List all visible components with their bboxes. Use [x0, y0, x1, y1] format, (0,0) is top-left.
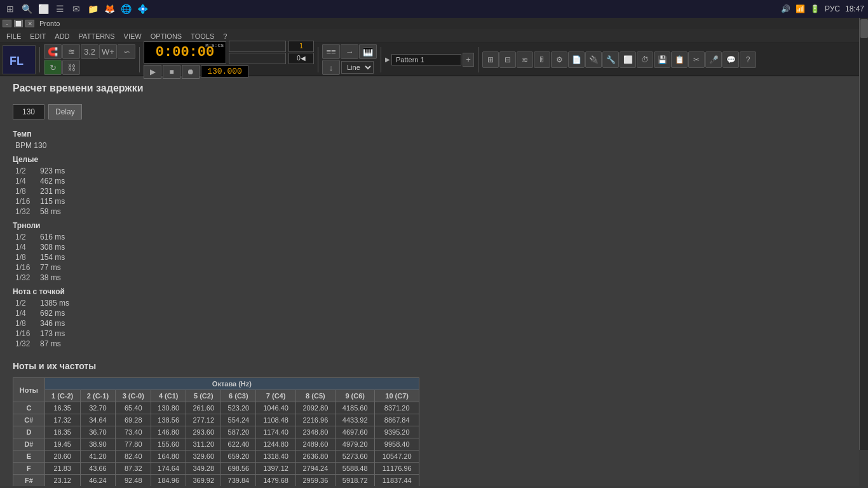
line-select[interactable]: Line	[341, 61, 374, 74]
octave-col-9: 9 (C6)	[336, 390, 375, 402]
octave-col-7: 7 (C4)	[256, 390, 295, 402]
tool-btn-2[interactable]: ≋	[62, 44, 80, 59]
icon-btn-3[interactable]: ≋	[517, 51, 533, 68]
mixer-btn[interactable]: ≡≡	[322, 44, 340, 59]
menu-file[interactable]: FILE	[3, 31, 25, 41]
menu-tools[interactable]: TOOLS	[187, 31, 218, 41]
table-freq-cell: 17.32	[44, 414, 80, 426]
table-freq-cell: 36.70	[80, 426, 116, 438]
table-octave-header: Октава (Hz)	[44, 378, 419, 390]
tempo-header: Темп	[13, 130, 846, 139]
table-freq-cell: 622.40	[221, 438, 256, 451]
table-freq-cell: 1397.12	[256, 463, 295, 475]
table-freq-cell: 4185.60	[336, 402, 375, 414]
icon-btn-11[interactable]: 💾	[654, 51, 670, 68]
table-freq-cell: 1046.40	[256, 402, 295, 414]
pattern-add[interactable]: +	[463, 53, 474, 67]
icon-btn-9[interactable]: ⬜	[620, 51, 636, 68]
icon-btn-15[interactable]: 💬	[722, 51, 739, 68]
table-freq-cell: 5588.48	[336, 463, 375, 475]
bpm-display[interactable]: 130.000	[201, 65, 248, 78]
menu-options[interactable]: OPTIONS	[147, 31, 186, 41]
record-button[interactable]: ⏺	[182, 65, 200, 79]
language-indicator: РУС	[825, 4, 840, 13]
table-freq-cell: 11837.44	[375, 475, 419, 487]
table-freq-cell: 21.83	[44, 463, 80, 475]
stop-button[interactable]: ■	[163, 65, 180, 79]
icon-btn-5[interactable]: ⚙	[551, 51, 567, 68]
tool-btn-3[interactable]: 3.2	[81, 44, 98, 59]
icon-btn-6[interactable]: 📄	[568, 51, 585, 68]
icon-btn-12[interactable]: 📋	[671, 51, 688, 68]
icon-btn-8[interactable]: 🔧	[602, 51, 619, 68]
table-freq-cell: 130.80	[151, 402, 186, 414]
table-freq-cell: 73.40	[116, 426, 151, 438]
play-button[interactable]: ▶	[144, 65, 161, 79]
tool-btn-loop[interactable]: ↻	[44, 60, 62, 75]
piano-roll-btn[interactable]: 🎹	[359, 44, 377, 59]
icon-btn-7[interactable]: 🔌	[585, 51, 602, 68]
dotted-header: Нота с точкой	[13, 287, 846, 296]
table-freq-cell: 184.96	[151, 475, 186, 487]
icon-btn-4[interactable]: 🎚	[534, 51, 550, 68]
search-icon[interactable]: 🔍	[20, 3, 33, 15]
channel-rack-btn[interactable]: →	[341, 44, 358, 59]
table-freq-cell: 329.60	[186, 451, 221, 463]
bpm-input[interactable]	[13, 104, 44, 119]
table-freq-cell: 164.80	[151, 451, 186, 463]
delay-calc-button[interactable]: Delay	[48, 104, 82, 119]
volume-icon[interactable]: 🔊	[781, 4, 790, 13]
table-freq-cell: 16.35	[44, 402, 80, 414]
delay-row-eighth: 1/8 231 ms	[13, 187, 846, 196]
start-menu-icon[interactable]: ☰	[53, 3, 66, 15]
icon-btn-1[interactable]: ⊞	[482, 51, 499, 68]
table-freq-cell: 146.80	[151, 426, 186, 438]
line-down-btn[interactable]: ↓	[322, 60, 340, 75]
table-note-cell: D#	[13, 438, 45, 451]
chrome-icon[interactable]: 🌐	[119, 3, 132, 15]
table-freq-cell: 277.12	[186, 414, 221, 426]
page-title: Расчет времени задержки	[13, 83, 846, 94]
tool-btn-5[interactable]: ∽	[118, 44, 135, 59]
menu-patterns[interactable]: PATTERNS	[75, 31, 119, 41]
icon-btn-16[interactable]: ?	[740, 51, 756, 68]
mail-icon[interactable]: ✉	[70, 3, 83, 15]
app-icon[interactable]: 💠	[136, 3, 149, 15]
right-toolbar-icons: ⊞ ⊟ ≋ 🎚 ⚙ 📄 🔌 🔧 ⬜ ⏱ 💾 📋 ✂ 🎤 💬 ?	[482, 51, 756, 68]
table-freq-cell: 11176.96	[375, 463, 419, 475]
scrollbar-thumb[interactable]	[860, 19, 868, 38]
menu-view[interactable]: VIEW	[120, 31, 146, 41]
icon-btn-2[interactable]: ⊟	[499, 51, 516, 68]
table-note-cell: F#	[13, 475, 45, 487]
tool-btn-4[interactable]: W+	[99, 44, 117, 59]
octave-col-2: 2 (C-1)	[80, 390, 116, 402]
table-freq-cell: 1479.68	[256, 475, 295, 487]
close-button[interactable]: ✕	[25, 20, 34, 27]
folder-icon[interactable]: 📁	[86, 3, 99, 15]
right-scrollbar[interactable]	[859, 18, 868, 450]
browser-icon[interactable]: 🦊	[103, 3, 116, 15]
menu-add[interactable]: ADD	[51, 31, 73, 41]
table-freq-cell: 1244.80	[256, 438, 295, 451]
table-freq-cell: 2092.80	[295, 402, 335, 414]
tool-btn-1[interactable]: 🧲	[44, 44, 62, 59]
clock: 18:47	[845, 4, 864, 13]
windows-icon[interactable]: ⊞	[4, 3, 17, 15]
tool-btn-link[interactable]: ⛓	[62, 60, 80, 75]
octave-col-1: 1 (C-2)	[44, 390, 80, 402]
maximize-button[interactable]: ⬜	[14, 20, 23, 27]
wifi-icon[interactable]: 📶	[796, 4, 805, 13]
icon-btn-14[interactable]: 🎤	[705, 51, 722, 68]
app-title: Pronto	[39, 20, 60, 27]
pattern-prev[interactable]: ▶	[385, 56, 390, 63]
menu-edit[interactable]: EDIT	[26, 31, 50, 41]
table-freq-cell: 32.70	[80, 402, 116, 414]
battery-icon[interactable]: 🔋	[810, 4, 820, 13]
icon-btn-10[interactable]: ⏱	[637, 51, 653, 68]
table-freq-cell: 698.56	[221, 463, 256, 475]
task-view-icon[interactable]: ⬜	[37, 3, 50, 15]
menu-help[interactable]: ?	[219, 31, 231, 41]
minimize-button[interactable]: -	[3, 20, 11, 27]
svg-text:FL: FL	[10, 55, 24, 67]
icon-btn-13[interactable]: ✂	[688, 51, 705, 68]
